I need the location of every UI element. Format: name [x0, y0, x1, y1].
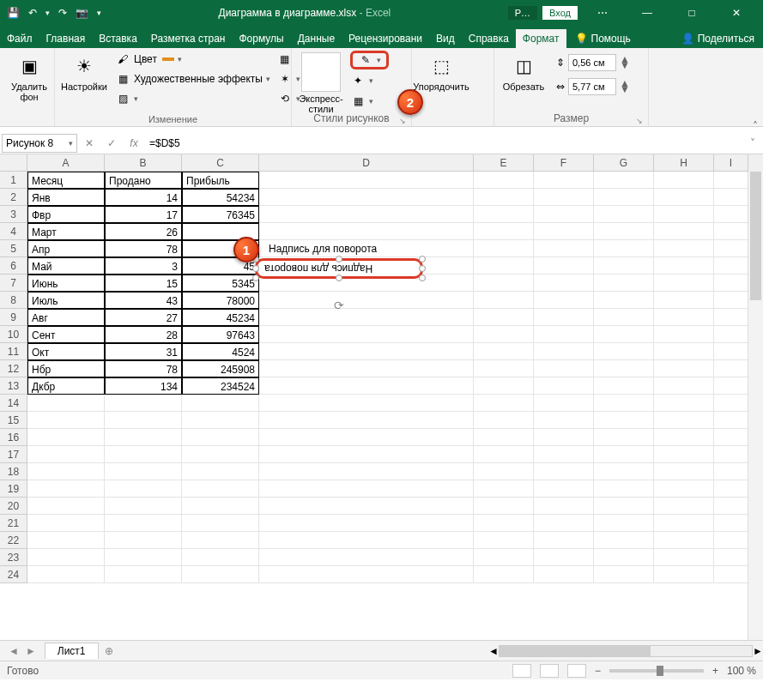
cell[interactable]: 78: [105, 360, 182, 377]
cell[interactable]: [594, 498, 654, 515]
fx-icon[interactable]: fx: [124, 134, 144, 153]
cell[interactable]: [714, 395, 748, 412]
scroll-thumb[interactable]: [500, 646, 651, 656]
dialog-launcher-icon[interactable]: ↘: [636, 117, 643, 125]
cell[interactable]: [182, 498, 259, 515]
cell[interactable]: [594, 377, 654, 395]
row-header[interactable]: 23: [0, 549, 27, 566]
quick-styles-button[interactable]: Экспресс- стили: [297, 51, 345, 116]
cell[interactable]: [259, 360, 474, 377]
col-header[interactable]: D: [259, 154, 474, 172]
row-header[interactable]: 19: [0, 480, 27, 498]
tell-me[interactable]: 💡 Помощь: [566, 29, 639, 48]
row-header[interactable]: 10: [0, 326, 27, 343]
cell[interactable]: [714, 480, 748, 498]
cell[interactable]: [714, 189, 748, 206]
cell[interactable]: [105, 463, 182, 480]
resize-handle[interactable]: [419, 275, 426, 281]
close-icon[interactable]: ✕: [717, 0, 756, 26]
color-button[interactable]: 🖌Цвет▾: [115, 51, 270, 69]
tab-file[interactable]: Файл: [0, 29, 39, 48]
row-header[interactable]: 15: [0, 412, 27, 429]
page-break-view-icon[interactable]: [567, 664, 586, 678]
cell[interactable]: [27, 566, 105, 583]
cell[interactable]: 45234: [182, 309, 259, 326]
cell[interactable]: [27, 515, 105, 532]
sheet-tab[interactable]: Лист1: [45, 643, 99, 659]
cell[interactable]: [534, 360, 594, 377]
resize-handle[interactable]: [336, 256, 342, 262]
cell[interactable]: [27, 532, 105, 549]
add-sheet-icon[interactable]: ⊕: [99, 645, 119, 657]
cell[interactable]: [654, 395, 714, 412]
cell[interactable]: [182, 480, 259, 498]
cell[interactable]: [474, 257, 534, 275]
tab-review[interactable]: Рецензировани: [342, 29, 429, 48]
cell[interactable]: [259, 532, 474, 549]
cell[interactable]: [474, 446, 534, 463]
cell[interactable]: [714, 292, 748, 309]
cell[interactable]: [259, 515, 474, 532]
row-header[interactable]: 7: [0, 275, 27, 292]
cell[interactable]: Янв: [27, 189, 105, 206]
formula-input[interactable]: [146, 134, 742, 153]
cell[interactable]: 54234: [182, 189, 259, 206]
cell[interactable]: [534, 463, 594, 480]
cell[interactable]: [474, 429, 534, 446]
row-header[interactable]: 24: [0, 566, 27, 583]
cell[interactable]: [259, 206, 474, 223]
cell[interactable]: [714, 549, 748, 566]
maximize-icon[interactable]: □: [672, 0, 712, 26]
cell[interactable]: [105, 498, 182, 515]
cell[interactable]: [714, 377, 748, 395]
normal-view-icon[interactable]: [512, 664, 531, 678]
cell[interactable]: [259, 566, 474, 583]
picture-effects-button[interactable]: ✦▾: [350, 71, 389, 90]
cell[interactable]: [534, 498, 594, 515]
cell[interactable]: [534, 549, 594, 566]
remove-bg-button[interactable]: ▣ Удалить фон: [5, 51, 53, 104]
row-header[interactable]: 21: [0, 515, 27, 532]
zoom-knob[interactable]: [657, 666, 663, 676]
cell[interactable]: [594, 480, 654, 498]
cell[interactable]: [474, 223, 534, 240]
cell[interactable]: [534, 343, 594, 360]
cell[interactable]: [474, 395, 534, 412]
resize-handle[interactable]: [419, 256, 426, 262]
cell[interactable]: [654, 206, 714, 223]
cell[interactable]: [474, 343, 534, 360]
height-input[interactable]: [568, 54, 616, 71]
tab-help[interactable]: Справка: [462, 29, 516, 48]
cell[interactable]: [594, 240, 654, 257]
row-header[interactable]: 8: [0, 292, 27, 309]
cell[interactable]: [654, 189, 714, 206]
cell[interactable]: [27, 446, 105, 463]
cell[interactable]: [474, 515, 534, 532]
row-header[interactable]: 22: [0, 532, 27, 549]
cell[interactable]: [105, 395, 182, 412]
chevron-down-icon[interactable]: ▾: [377, 56, 381, 64]
minimize-icon[interactable]: —: [627, 0, 667, 26]
cell[interactable]: [259, 172, 474, 189]
cell[interactable]: 3: [105, 257, 182, 275]
cell[interactable]: [105, 446, 182, 463]
cell[interactable]: [534, 240, 594, 257]
cell[interactable]: [654, 549, 714, 566]
cell[interactable]: [594, 463, 654, 480]
cell[interactable]: [714, 206, 748, 223]
cell[interactable]: Авг: [27, 309, 105, 326]
cell[interactable]: [654, 292, 714, 309]
cell[interactable]: [105, 532, 182, 549]
cell[interactable]: [474, 566, 534, 583]
row-header[interactable]: 9: [0, 309, 27, 326]
transparency-button[interactable]: ▨▾: [115, 89, 270, 107]
cell[interactable]: Нбр: [27, 360, 105, 377]
cell[interactable]: Апр: [27, 240, 105, 257]
cell[interactable]: [534, 223, 594, 240]
cell[interactable]: [654, 275, 714, 292]
cell[interactable]: [474, 240, 534, 257]
cell[interactable]: [259, 412, 474, 429]
cell[interactable]: 43: [105, 292, 182, 309]
cell[interactable]: [594, 446, 654, 463]
row-header[interactable]: 5: [0, 240, 27, 257]
